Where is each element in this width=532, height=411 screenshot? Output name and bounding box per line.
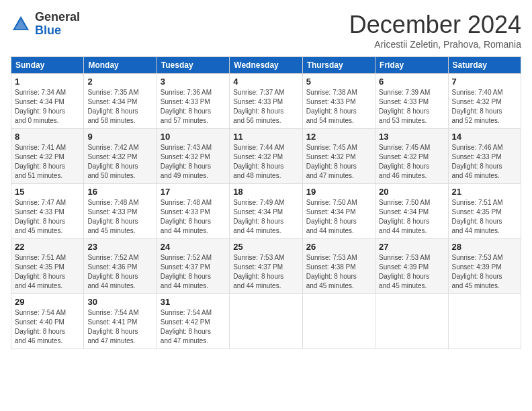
day-info: Sunrise: 7:49 AM Sunset: 4:34 PM Dayligh… bbox=[233, 198, 298, 236]
day-header-tuesday: Tuesday bbox=[157, 57, 229, 74]
day-number: 29 bbox=[15, 297, 80, 307]
day-number: 19 bbox=[306, 187, 371, 197]
day-number: 24 bbox=[161, 242, 226, 252]
day-info: Sunrise: 7:45 AM Sunset: 4:32 PM Dayligh… bbox=[306, 143, 371, 181]
calendar-cell: 21Sunrise: 7:51 AM Sunset: 4:35 PM Dayli… bbox=[448, 184, 521, 239]
logo-general-text: General bbox=[35, 11, 80, 24]
day-number: 1 bbox=[15, 77, 80, 87]
calendar-cell: 13Sunrise: 7:45 AM Sunset: 4:32 PM Dayli… bbox=[375, 129, 448, 184]
logo: General Blue bbox=[11, 11, 80, 38]
day-info: Sunrise: 7:35 AM Sunset: 4:34 PM Dayligh… bbox=[87, 88, 152, 126]
calendar-cell: 12Sunrise: 7:45 AM Sunset: 4:32 PM Dayli… bbox=[302, 129, 375, 184]
location-subtitle: Aricestii Zeletin, Prahova, Romania bbox=[349, 39, 521, 50]
day-header-friday: Friday bbox=[375, 57, 448, 74]
day-info: Sunrise: 7:52 AM Sunset: 4:36 PM Dayligh… bbox=[87, 253, 152, 291]
day-info: Sunrise: 7:50 AM Sunset: 4:34 PM Dayligh… bbox=[379, 198, 444, 236]
calendar-cell bbox=[230, 294, 302, 349]
day-number: 17 bbox=[161, 187, 226, 197]
day-info: Sunrise: 7:51 AM Sunset: 4:35 PM Dayligh… bbox=[452, 198, 517, 236]
day-number: 14 bbox=[452, 132, 517, 142]
calendar-cell: 8Sunrise: 7:41 AM Sunset: 4:32 PM Daylig… bbox=[11, 129, 84, 184]
calendar-cell: 5Sunrise: 7:38 AM Sunset: 4:33 PM Daylig… bbox=[302, 74, 375, 129]
day-info: Sunrise: 7:53 AM Sunset: 4:37 PM Dayligh… bbox=[233, 253, 298, 291]
day-info: Sunrise: 7:53 AM Sunset: 4:39 PM Dayligh… bbox=[379, 253, 444, 291]
calendar-cell: 10Sunrise: 7:43 AM Sunset: 4:32 PM Dayli… bbox=[157, 129, 229, 184]
calendar-cell: 29Sunrise: 7:54 AM Sunset: 4:40 PM Dayli… bbox=[11, 294, 84, 349]
calendar-table: SundayMondayTuesdayWednesdayThursdayFrid… bbox=[11, 56, 521, 349]
title-block: December 2024 Aricestii Zeletin, Prahova… bbox=[349, 11, 521, 50]
day-number: 13 bbox=[379, 132, 444, 142]
day-number: 30 bbox=[87, 297, 152, 307]
day-info: Sunrise: 7:36 AM Sunset: 4:33 PM Dayligh… bbox=[161, 88, 226, 126]
calendar-cell: 6Sunrise: 7:39 AM Sunset: 4:33 PM Daylig… bbox=[375, 74, 448, 129]
day-number: 4 bbox=[233, 77, 298, 87]
day-header-thursday: Thursday bbox=[302, 57, 375, 74]
day-info: Sunrise: 7:37 AM Sunset: 4:33 PM Dayligh… bbox=[233, 88, 298, 126]
calendar-week-row: 22Sunrise: 7:51 AM Sunset: 4:35 PM Dayli… bbox=[11, 239, 521, 294]
day-info: Sunrise: 7:54 AM Sunset: 4:40 PM Dayligh… bbox=[15, 308, 80, 346]
calendar-cell: 24Sunrise: 7:52 AM Sunset: 4:37 PM Dayli… bbox=[157, 239, 229, 294]
day-number: 8 bbox=[15, 132, 80, 142]
day-info: Sunrise: 7:52 AM Sunset: 4:37 PM Dayligh… bbox=[161, 253, 226, 291]
day-number: 2 bbox=[87, 77, 152, 87]
day-info: Sunrise: 7:42 AM Sunset: 4:32 PM Dayligh… bbox=[87, 143, 152, 181]
calendar-week-row: 29Sunrise: 7:54 AM Sunset: 4:40 PM Dayli… bbox=[11, 294, 521, 349]
day-number: 5 bbox=[306, 77, 371, 87]
calendar-cell: 26Sunrise: 7:53 AM Sunset: 4:38 PM Dayli… bbox=[302, 239, 375, 294]
day-info: Sunrise: 7:50 AM Sunset: 4:34 PM Dayligh… bbox=[306, 198, 371, 236]
calendar-cell: 3Sunrise: 7:36 AM Sunset: 4:33 PM Daylig… bbox=[157, 74, 229, 129]
day-number: 11 bbox=[233, 132, 298, 142]
day-info: Sunrise: 7:40 AM Sunset: 4:32 PM Dayligh… bbox=[452, 88, 517, 126]
day-header-saturday: Saturday bbox=[448, 57, 521, 74]
calendar-cell: 2Sunrise: 7:35 AM Sunset: 4:34 PM Daylig… bbox=[84, 74, 157, 129]
day-info: Sunrise: 7:39 AM Sunset: 4:33 PM Dayligh… bbox=[379, 88, 444, 126]
day-number: 9 bbox=[87, 132, 152, 142]
day-number: 16 bbox=[87, 187, 152, 197]
day-number: 23 bbox=[87, 242, 152, 252]
calendar-cell: 9Sunrise: 7:42 AM Sunset: 4:32 PM Daylig… bbox=[84, 129, 157, 184]
calendar-cell: 16Sunrise: 7:48 AM Sunset: 4:33 PM Dayli… bbox=[84, 184, 157, 239]
calendar-week-row: 8Sunrise: 7:41 AM Sunset: 4:32 PM Daylig… bbox=[11, 129, 521, 184]
day-info: Sunrise: 7:43 AM Sunset: 4:32 PM Dayligh… bbox=[161, 143, 226, 181]
day-number: 12 bbox=[306, 132, 371, 142]
calendar-cell: 27Sunrise: 7:53 AM Sunset: 4:39 PM Dayli… bbox=[375, 239, 448, 294]
day-number: 7 bbox=[452, 77, 517, 87]
day-info: Sunrise: 7:38 AM Sunset: 4:33 PM Dayligh… bbox=[306, 88, 371, 126]
day-info: Sunrise: 7:54 AM Sunset: 4:41 PM Dayligh… bbox=[87, 308, 152, 346]
calendar-cell: 30Sunrise: 7:54 AM Sunset: 4:41 PM Dayli… bbox=[84, 294, 157, 349]
calendar-header-row: SundayMondayTuesdayWednesdayThursdayFrid… bbox=[11, 57, 521, 74]
day-info: Sunrise: 7:34 AM Sunset: 4:34 PM Dayligh… bbox=[15, 88, 80, 126]
calendar-cell: 17Sunrise: 7:48 AM Sunset: 4:33 PM Dayli… bbox=[157, 184, 229, 239]
day-info: Sunrise: 7:47 AM Sunset: 4:33 PM Dayligh… bbox=[15, 198, 80, 236]
calendar-cell: 14Sunrise: 7:46 AM Sunset: 4:33 PM Dayli… bbox=[448, 129, 521, 184]
day-info: Sunrise: 7:41 AM Sunset: 4:32 PM Dayligh… bbox=[15, 143, 80, 181]
calendar-cell: 11Sunrise: 7:44 AM Sunset: 4:32 PM Dayli… bbox=[230, 129, 302, 184]
day-number: 6 bbox=[379, 77, 444, 87]
calendar-week-row: 15Sunrise: 7:47 AM Sunset: 4:33 PM Dayli… bbox=[11, 184, 521, 239]
day-info: Sunrise: 7:48 AM Sunset: 4:33 PM Dayligh… bbox=[87, 198, 152, 236]
calendar-cell bbox=[375, 294, 448, 349]
calendar-cell: 20Sunrise: 7:50 AM Sunset: 4:34 PM Dayli… bbox=[375, 184, 448, 239]
day-number: 18 bbox=[233, 187, 298, 197]
page-header: General Blue December 2024 Aricestii Zel… bbox=[11, 11, 521, 50]
calendar-cell bbox=[302, 294, 375, 349]
day-number: 22 bbox=[15, 242, 80, 252]
calendar-week-row: 1Sunrise: 7:34 AM Sunset: 4:34 PM Daylig… bbox=[11, 74, 521, 129]
day-number: 20 bbox=[379, 187, 444, 197]
day-number: 31 bbox=[161, 297, 226, 307]
day-number: 15 bbox=[15, 187, 80, 197]
day-header-monday: Monday bbox=[84, 57, 157, 74]
calendar-cell: 31Sunrise: 7:54 AM Sunset: 4:42 PM Dayli… bbox=[157, 294, 229, 349]
day-info: Sunrise: 7:44 AM Sunset: 4:32 PM Dayligh… bbox=[233, 143, 298, 181]
calendar-cell: 25Sunrise: 7:53 AM Sunset: 4:37 PM Dayli… bbox=[230, 239, 302, 294]
calendar-cell: 23Sunrise: 7:52 AM Sunset: 4:36 PM Dayli… bbox=[84, 239, 157, 294]
calendar-cell: 1Sunrise: 7:34 AM Sunset: 4:34 PM Daylig… bbox=[11, 74, 84, 129]
calendar-cell: 18Sunrise: 7:49 AM Sunset: 4:34 PM Dayli… bbox=[230, 184, 302, 239]
day-info: Sunrise: 7:46 AM Sunset: 4:33 PM Dayligh… bbox=[452, 143, 517, 181]
calendar-cell: 19Sunrise: 7:50 AM Sunset: 4:34 PM Dayli… bbox=[302, 184, 375, 239]
day-info: Sunrise: 7:54 AM Sunset: 4:42 PM Dayligh… bbox=[161, 308, 226, 346]
day-number: 26 bbox=[306, 242, 371, 252]
logo-text: General Blue bbox=[35, 11, 80, 38]
day-number: 10 bbox=[161, 132, 226, 142]
day-info: Sunrise: 7:53 AM Sunset: 4:39 PM Dayligh… bbox=[452, 253, 517, 291]
